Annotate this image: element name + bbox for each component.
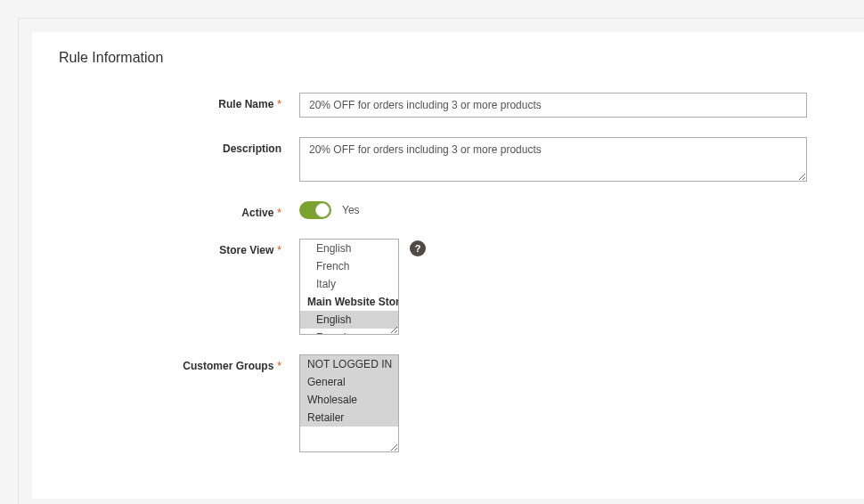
row-store-view: Store View* EnglishFrenchItalyMain Websi… xyxy=(59,239,841,335)
customer-group-option[interactable]: NOT LOGGED IN xyxy=(300,355,398,373)
customer-groups-multiselect[interactable]: NOT LOGGED INGeneralWholesaleRetailer xyxy=(299,354,399,452)
required-indicator: * xyxy=(277,207,281,219)
label-rule-name: Rule Name* xyxy=(59,93,299,110)
store-view-option[interactable]: English xyxy=(300,311,398,329)
row-description: Description 20% OFF for orders including… xyxy=(59,137,841,182)
label-description: Description xyxy=(59,137,299,155)
store-view-option[interactable]: Main Website Store xyxy=(300,293,398,311)
row-rule-name: Rule Name* xyxy=(59,93,841,118)
active-toggle[interactable] xyxy=(299,201,331,219)
required-indicator: * xyxy=(277,244,281,256)
label-customer-groups: Customer Groups* xyxy=(59,354,299,372)
required-indicator: * xyxy=(277,98,281,110)
store-view-option[interactable]: English xyxy=(300,240,398,257)
active-status-text: Yes xyxy=(342,201,360,216)
store-view-option[interactable]: French xyxy=(300,257,398,275)
customer-group-option[interactable]: Wholesale xyxy=(300,391,398,409)
row-active: Active* Yes xyxy=(59,201,841,219)
help-icon[interactable]: ? xyxy=(410,240,426,256)
required-indicator: * xyxy=(277,360,281,372)
description-textarea[interactable]: 20% OFF for orders including 3 or more p… xyxy=(299,137,807,182)
customer-group-option[interactable]: General xyxy=(300,373,398,391)
store-view-multiselect[interactable]: EnglishFrenchItalyMain Website StoreEngl… xyxy=(299,239,399,335)
outer-panel: Rule Information Rule Name* Description … xyxy=(18,18,864,504)
toggle-knob xyxy=(315,203,330,217)
section-title: Rule Information xyxy=(59,50,841,66)
label-active: Active* xyxy=(59,201,299,219)
label-store-view: Store View* xyxy=(59,239,299,256)
inner-panel: Rule Information Rule Name* Description … xyxy=(32,32,864,499)
row-customer-groups: Customer Groups* NOT LOGGED INGeneralWho… xyxy=(59,354,841,452)
store-view-option[interactable]: French xyxy=(300,329,398,335)
customer-group-option[interactable]: Retailer xyxy=(300,409,398,427)
store-view-option[interactable]: Italy xyxy=(300,275,398,293)
rule-name-input[interactable] xyxy=(299,93,807,118)
